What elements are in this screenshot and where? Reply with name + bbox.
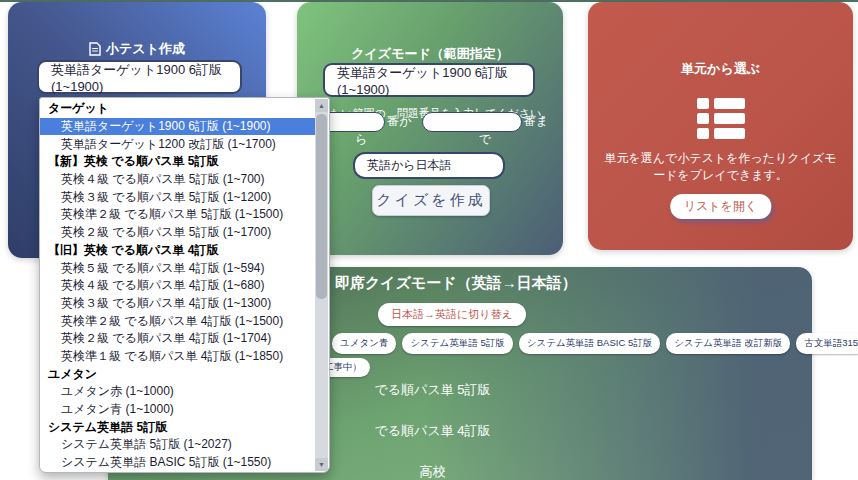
book-pill-row: ユメタン青システム英単語 5訂版システム英単語 BASIC 5訂版システム英単語… bbox=[332, 333, 804, 354]
dropdown-option[interactable]: 英検準２級 でる順パス単 5訂版 (1~1500) bbox=[40, 206, 315, 224]
page: 小テスト作成 英単語ターゲット1900 6訂版 (1~1900) クイズモード（… bbox=[0, 0, 858, 480]
quiz-range-card: クイズモード（範囲指定） 英単語ターゲット1900 6訂版 (1~1900) や… bbox=[297, 2, 563, 255]
book-pill[interactable]: システム英単語 5訂版 bbox=[402, 333, 512, 354]
dropdown-option[interactable]: 英検準１級 でる順パス単 4訂版 (1~1850) bbox=[40, 348, 315, 366]
range-to-group: 番まで bbox=[420, 112, 551, 147]
book-pill[interactable]: ユメタン青 bbox=[332, 333, 396, 354]
section-header: でる順パス単 5訂版 bbox=[374, 380, 490, 400]
quiz-range-card-title: クイズモード（範囲指定） bbox=[297, 45, 563, 63]
scroll-down-arrow-icon[interactable]: ▼ bbox=[315, 458, 328, 471]
book-dropdown: ターゲット英単語ターゲット1900 6訂版 (1~1900)英単語ターゲット12… bbox=[39, 97, 330, 473]
dropdown-option[interactable]: システム英単語 BASIC 5訂版 (1~1550) bbox=[40, 454, 315, 470]
instant-quiz-title: 即席クイズモード（英語→日本語） bbox=[335, 274, 577, 293]
scroll-up-arrow-icon[interactable]: ▲ bbox=[315, 99, 328, 112]
dropdown-option[interactable]: システム英単語 5訂版 (1~2027) bbox=[40, 436, 315, 454]
range-row: 番から 番まで bbox=[297, 112, 563, 147]
dropdown-group-header: システム英単語 5訂版 bbox=[40, 418, 315, 436]
unit-description: 単元を選んで小テストを作ったりクイズモードをプレイできます。 bbox=[602, 150, 839, 184]
dropdown-option[interactable]: 英検３級 でる順パス単 4訂版 (1~1300) bbox=[40, 295, 315, 313]
dropdown-scrollbar[interactable]: ▲ ▼ bbox=[315, 99, 328, 471]
book-dropdown-list: ターゲット英単語ターゲット1900 6訂版 (1~1900)英単語ターゲット12… bbox=[40, 100, 315, 470]
open-list-button[interactable]: リストを開く bbox=[670, 194, 771, 219]
scrollbar-thumb[interactable] bbox=[316, 114, 327, 299]
dropdown-group-header: 【新】英検 でる順パス単 5訂版 bbox=[40, 153, 315, 171]
unit-card: 単元から選ぶ 単元を選んで小テストを作ったりクイズモードをプレイできます。 リス… bbox=[588, 2, 853, 250]
book-pill[interactable]: 古文単語315 bbox=[796, 333, 858, 354]
unit-card-title: 単元から選ぶ bbox=[588, 60, 853, 78]
mini-test-title-text: 小テスト作成 bbox=[106, 40, 185, 58]
mini-test-book-select-value: 英単語ターゲット1900 6訂版 (1~1900) bbox=[51, 61, 240, 94]
section-header: 高校 bbox=[420, 462, 446, 480]
dropdown-group-header: ターゲット bbox=[40, 100, 315, 118]
quiz-book-select[interactable]: 英単語ターゲット1900 6訂版 (1~1900) bbox=[323, 63, 535, 97]
dropdown-option[interactable]: 英単語ターゲット1900 6訂版 (1~1900) bbox=[40, 118, 315, 136]
dropdown-group-header: ユメタン bbox=[40, 365, 315, 383]
dropdown-option[interactable]: 英検４級 でる順パス単 4訂版 (1~680) bbox=[40, 277, 315, 295]
quiz-book-select-value: 英単語ターゲット1900 6訂版 (1~1900) bbox=[337, 64, 533, 97]
book-pill[interactable]: システム英単語 改訂新版 bbox=[666, 333, 790, 354]
switch-direction-button[interactable]: 日本語→英語に切り替え bbox=[378, 303, 526, 326]
dropdown-option[interactable]: 英検３級 でる順パス単 5訂版 (1~1200) bbox=[40, 188, 315, 206]
mini-test-book-select[interactable]: 英単語ターゲット1900 6訂版 (1~1900) bbox=[37, 60, 242, 94]
dropdown-option[interactable]: 英検２級 でる順パス単 5訂版 (1~1700) bbox=[40, 224, 315, 242]
dropdown-group-header: 【旧】英検 でる順パス単 4訂版 bbox=[40, 242, 315, 260]
range-to-input[interactable] bbox=[422, 112, 522, 132]
quiz-direction-select[interactable]: 英語から日本語 bbox=[353, 152, 505, 179]
list-icon bbox=[588, 98, 853, 140]
dropdown-option[interactable]: ユメタン青 (1~1000) bbox=[40, 401, 315, 419]
dropdown-option[interactable]: 英単語ターゲット1200 改訂版 (1~1700) bbox=[40, 135, 315, 153]
quiz-direction-select-value: 英語から日本語 bbox=[367, 157, 452, 174]
dropdown-option[interactable]: 英検準２級 でる順パス単 4訂版 (1~1500) bbox=[40, 312, 315, 330]
dropdown-option[interactable]: 英検４級 でる順パス単 5訂版 (1~700) bbox=[40, 171, 315, 189]
dropdown-option[interactable]: ユメタン赤 (1~1000) bbox=[40, 383, 315, 401]
dropdown-option[interactable]: 英検５級 でる順パス単 4訂版 (1~594) bbox=[40, 259, 315, 277]
mini-test-card-title: 小テスト作成 bbox=[8, 40, 266, 58]
section-header: でる順パス単 4訂版 bbox=[374, 421, 490, 441]
document-icon bbox=[89, 42, 101, 56]
create-quiz-button[interactable]: クイズを作成 bbox=[372, 185, 490, 216]
dropdown-option[interactable]: 英検２級 でる順パス単 4訂版 (1~1704) bbox=[40, 330, 315, 348]
book-pill[interactable]: システム英単語 BASIC 5訂版 bbox=[519, 333, 660, 354]
